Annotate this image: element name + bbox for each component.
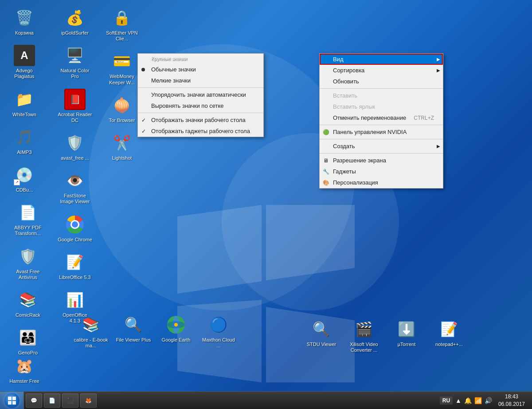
tray-network-icon[interactable]: 📶 — [474, 397, 482, 404]
icon-avast[interactable]: 🛡️ Avast Free Antivirus — [8, 243, 48, 283]
menu-item-gadgets[interactable]: 🔧 Гаджеты — [320, 166, 443, 177]
menu-label: Мелкие значки — [151, 77, 191, 84]
menu-item-show-gadgets[interactable]: ✓ Отображать гаджеты рабочего стола — [138, 126, 263, 137]
icon-label: Lightshot — [112, 155, 132, 161]
icon-fileviewer[interactable]: 🔍 File Viewer Plus — [113, 311, 153, 346]
icon-maxthon[interactable]: 🔵 Maxthon Cloud ... — [199, 311, 239, 351]
icon-ipgold[interactable]: 💰 ipGoldSurfer — [55, 4, 95, 39]
menu-item-align-grid[interactable]: Выровнять значки по сетке — [138, 100, 263, 111]
submenu-arrow-icon: ▶ — [437, 68, 440, 73]
icon-cdbu[interactable]: 💿 ↗ CDBu... — [4, 161, 44, 196]
desktop: 🗑️ Корзина A Advego Plagiatus 📁 WhiteTow… — [0, 0, 532, 409]
menu-label: Сортировка — [333, 67, 364, 74]
icon-label: AIMP3 — [17, 149, 31, 155]
icon-whitetown[interactable]: 📁 WhiteTown — [4, 86, 44, 120]
icon-faststone[interactable]: 👁️ FastStone Image Viewer — [55, 167, 95, 207]
icon-label: Avast Free Antivirus — [10, 269, 46, 280]
icon-stdu[interactable]: 🔍 STDU Viewer — [301, 316, 341, 356]
menu-item-large-icons[interactable]: Крупные значки — [138, 54, 263, 64]
menu-label: Гаджеты — [333, 168, 356, 175]
word-icon: 📄 — [49, 397, 55, 404]
icon-softether[interactable]: 🔒 SoftEther VPN Clie... — [102, 4, 142, 44]
menu-label: Вставить ярлык — [333, 103, 375, 110]
menu-item-screen-res[interactable]: 🖥 Разрешение экрана — [320, 155, 443, 166]
icon-label: calibre - E-book ma... — [73, 337, 109, 349]
menu-separator — [138, 113, 263, 113]
system-tray: RU ▲ 🔔 📶 🔊 18:43 06.08.2017 — [436, 393, 532, 408]
icon-label: Google Earth — [162, 337, 191, 343]
icon-aimp3[interactable]: 🎵 AIMP3 — [4, 124, 44, 158]
system-clock[interactable]: 18:43 06.08.2017 — [495, 393, 528, 408]
icon-label: ABBYY PDF Transform... — [10, 225, 46, 236]
menu-item-sort[interactable]: Сортировка ▶ — [320, 65, 443, 76]
menu-separator — [138, 87, 263, 88]
context-menu-primary[interactable]: Крупные значки Обычные значки Мелкие зна… — [137, 53, 264, 137]
menu-label: Обычные значки — [151, 66, 196, 73]
menu-item-personalize[interactable]: 🎨 Персонализация — [320, 177, 443, 188]
menu-item-normal-icons[interactable]: Обычные значки — [138, 64, 263, 75]
svg-rect-10 — [12, 401, 16, 405]
menu-item-nvidia[interactable]: 🟢 Панель управления NVIDIA — [320, 126, 443, 138]
svg-rect-7 — [8, 397, 12, 400]
menu-label: Персонализация — [333, 179, 378, 186]
icon-label: Корзина — [15, 30, 34, 36]
icon-label: Hamster Free — [9, 378, 39, 384]
menu-item-small-icons[interactable]: Мелкие значки — [138, 75, 263, 86]
icon-advego[interactable]: A Advego Plagiatus — [4, 42, 44, 82]
clock-date: 06.08.2017 — [498, 401, 525, 408]
icon-libreoffice[interactable]: 📝 LibreOffice 5.3 — [55, 249, 95, 283]
menu-label: Создать — [333, 143, 355, 149]
shortcut-arrow: ↗ — [14, 179, 20, 185]
taskbar-cmd[interactable]: ⬛ — [62, 393, 78, 408]
icon-comicRack[interactable]: 📚 ComicRack — [8, 287, 48, 321]
menu-item-auto-arrange[interactable]: Упорядочить значки автоматически — [138, 89, 263, 100]
icon-naturalcolor[interactable]: 🖥️ Natural Color Pro — [55, 42, 95, 82]
icon-googleearth[interactable]: Google Earth — [156, 311, 196, 346]
menu-item-show-icons[interactable]: ✓ Отображать значки рабочего стола — [138, 114, 263, 126]
menu-bullet-icon — [141, 68, 145, 71]
tray-notification-icon[interactable]: 🔔 — [464, 397, 472, 404]
svg-point-6 — [174, 323, 178, 326]
language-indicator[interactable]: RU — [440, 397, 453, 405]
icon-acrobat[interactable]: 📕 Acrobat Reader DC — [55, 86, 95, 126]
icon-lightshot[interactable]: ✂️ Lightshot — [102, 130, 142, 164]
menu-item-undo-rename[interactable]: Отменить переименование CTRL+Z — [320, 112, 443, 123]
icon-hamster[interactable]: 🐹 Hamster Free — [4, 353, 44, 387]
menu-item-paste: Вставить — [320, 90, 443, 101]
icon-utorrent[interactable]: ⬇️ µTorrent — [387, 316, 426, 356]
tray-expand-icon[interactable]: ▲ — [455, 397, 462, 404]
menu-label: Выровнять значки по сетке — [151, 102, 224, 109]
taskbar-firefox[interactable]: 🦊 — [80, 393, 97, 408]
icon-webmoney[interactable]: 💳 WebMoney Keeper W... — [102, 48, 142, 88]
icon-abbyy[interactable]: 📄 ABBYY PDF Transform... — [8, 199, 48, 239]
submenu-arrow-icon: ▶ — [437, 57, 440, 62]
gadgets-icon: 🔧 — [322, 168, 329, 175]
tray-volume-icon[interactable]: 🔊 — [485, 397, 492, 404]
taskbar-skype[interactable]: 💬 — [26, 393, 42, 408]
clock-time: 18:43 — [498, 393, 525, 401]
svg-rect-8 — [12, 397, 16, 400]
icon-tor[interactable]: 🧅 Tor Browser — [102, 92, 142, 126]
icon-label: avast_free ... — [61, 155, 89, 161]
taskbar-word[interactable]: 📄 — [44, 393, 60, 408]
menu-item-create[interactable]: Создать ▶ — [320, 141, 443, 152]
menu-check-icon: ✓ — [141, 128, 146, 134]
icon-chrome[interactable]: Google Chrome — [55, 211, 95, 245]
icon-notepadpp[interactable]: 📝 notepad++... — [429, 316, 469, 356]
icon-label: WhiteTown — [12, 112, 36, 118]
start-button[interactable] — [0, 392, 24, 409]
context-menu-secondary[interactable]: Вид ▶ Сортировка ▶ Обновить Вставить Вст… — [319, 53, 443, 189]
icon-avast2[interactable]: 🛡️ avast_free ... — [55, 130, 95, 164]
menu-label: Панель управления NVIDIA — [333, 129, 407, 135]
icon-calibre[interactable]: 📚 calibre - E-book ma... — [71, 311, 111, 351]
menu-label: Вид — [333, 56, 344, 63]
menu-separator — [320, 88, 443, 89]
firefox-icon: 🦊 — [85, 397, 92, 404]
menu-item-vid[interactable]: Вид ▶ — [320, 54, 443, 65]
menu-item-paste-shortcut: Вставить ярлык — [320, 101, 443, 112]
menu-item-refresh[interactable]: Обновить — [320, 76, 443, 87]
windows-logo-icon — [8, 396, 16, 405]
icon-xilisoft[interactable]: 🎬 Xilisoft Video Converter ... — [344, 316, 384, 356]
submenu-arrow-icon: ▶ — [437, 144, 440, 149]
icon-recycle-bin[interactable]: 🗑️ Корзина — [4, 4, 44, 39]
